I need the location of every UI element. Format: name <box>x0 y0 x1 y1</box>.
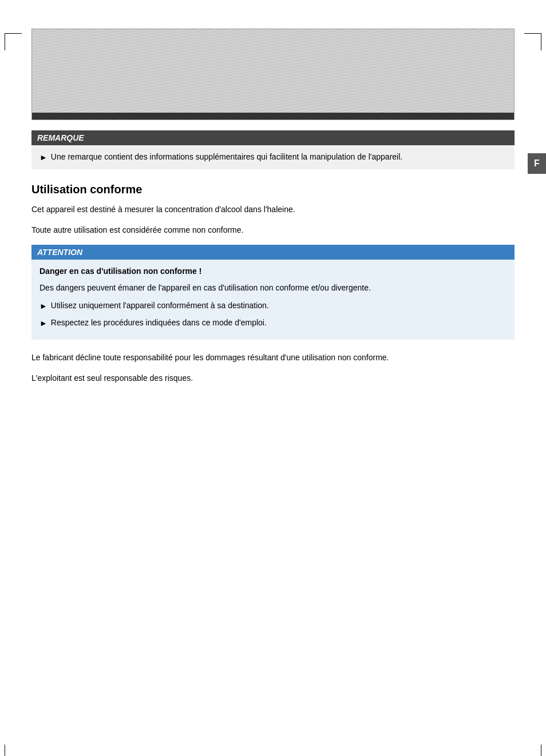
hatch-image-area <box>31 29 515 120</box>
bullet-arrow-icon: ► <box>39 152 48 164</box>
content-area: REMARQUE ► Une remarque contient des inf… <box>31 120 515 385</box>
attention-bullet-1-text: Utilisez uniquement l'appareil conformém… <box>51 300 269 312</box>
attention-bullet-2: ► Respectez les procédures indiquées dan… <box>39 317 507 329</box>
remarque-bullet-text: Une remarque contient des informations s… <box>51 151 402 164</box>
attention-bullet-arrow-2-icon: ► <box>39 317 48 329</box>
corner-mark-top-right <box>524 33 541 50</box>
attention-bullet-1: ► Utilisez uniquement l'appareil conform… <box>39 300 507 312</box>
remarque-body: ► Une remarque contient des informations… <box>31 145 515 169</box>
f-tab-label: F <box>534 158 540 169</box>
section-para2: Toute autre utilisation est considérée c… <box>31 224 515 236</box>
corner-mark-top-left <box>5 33 22 50</box>
closing-para1: Le fabricant décline toute responsabilit… <box>31 351 515 364</box>
section-para1: Cet appareil est destiné à mesurer la co… <box>31 203 515 216</box>
remarque-box: REMARQUE ► Une remarque contient des inf… <box>31 130 515 169</box>
attention-danger-title: Danger en cas d'utilisation non conforme… <box>39 265 507 277</box>
attention-danger-desc: Des dangers peuvent émaner de l'appareil… <box>39 282 507 294</box>
remarque-bullet-item: ► Une remarque contient des informations… <box>39 151 507 164</box>
f-tab: F <box>528 153 546 174</box>
attention-body: Danger en cas d'utilisation non conforme… <box>31 260 515 340</box>
attention-header: ATTENTION <box>31 245 515 260</box>
corner-mark-bottom-right <box>524 745 541 756</box>
hatch-pattern <box>32 29 514 120</box>
corner-mark-bottom-left <box>5 745 22 756</box>
closing-para2: L'exploitant est seul responsable des ri… <box>31 372 515 384</box>
page-container: F REMARQUE ► Une remarque contient des i… <box>0 29 546 756</box>
attention-bullet-2-text: Respectez les procédures indiquées dans … <box>51 317 267 329</box>
remarque-header: REMARQUE <box>31 130 515 145</box>
section-heading: Utilisation conforme <box>31 183 515 196</box>
attention-box: ATTENTION Danger en cas d'utilisation no… <box>31 245 515 340</box>
attention-bullet-arrow-1-icon: ► <box>39 300 48 312</box>
hatch-dark-bar <box>32 113 514 120</box>
